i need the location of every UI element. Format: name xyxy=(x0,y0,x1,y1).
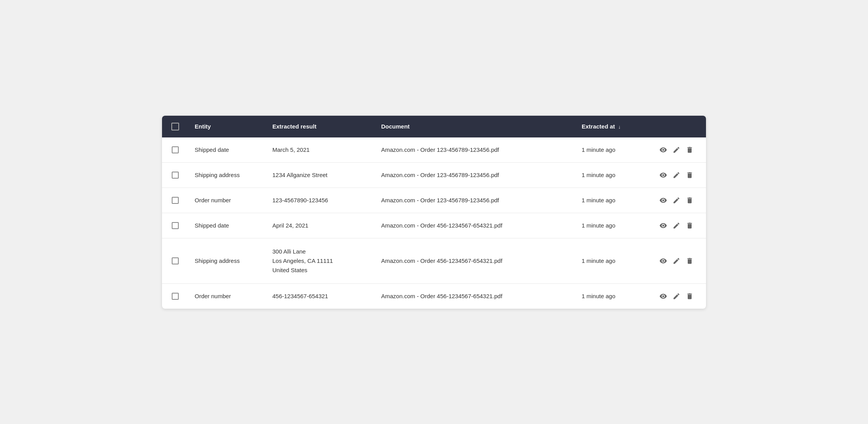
view-icon[interactable] xyxy=(659,257,667,265)
table-row: Shipped dateMarch 5, 2021Amazon.com - Or… xyxy=(162,137,706,163)
edit-icon[interactable] xyxy=(673,222,680,229)
select-all-checkbox[interactable] xyxy=(171,123,179,130)
row-extracted-at: 1 minute ago xyxy=(574,238,652,283)
row-actions-cell xyxy=(652,238,706,283)
row-extracted-at: 1 minute ago xyxy=(574,188,652,213)
table-row: Shipping address300 Alli LaneLos Angeles… xyxy=(162,238,706,283)
row-document: Amazon.com - Order 123-456789-123456.pdf xyxy=(373,188,574,213)
row-entity: Order number xyxy=(187,188,265,213)
view-icon[interactable] xyxy=(659,292,667,300)
table-header-row: Entity Extracted result Document Extract… xyxy=(162,116,706,137)
row-actions-cell xyxy=(652,137,706,163)
row-extracted-result: 456-1234567-654321 xyxy=(265,283,373,309)
row-extracted-at: 1 minute ago xyxy=(574,213,652,238)
header-actions xyxy=(652,116,706,137)
row-checkbox[interactable] xyxy=(172,257,179,264)
row-checkbox[interactable] xyxy=(172,222,179,229)
row-entity: Shipped date xyxy=(187,137,265,163)
row-extracted-result: 1234 Allganize Street xyxy=(265,162,373,188)
row-checkbox-cell xyxy=(162,162,187,188)
view-icon[interactable] xyxy=(659,222,667,229)
row-entity: Order number xyxy=(187,283,265,309)
row-actions-cell xyxy=(652,162,706,188)
edit-icon[interactable] xyxy=(673,146,680,154)
view-icon[interactable] xyxy=(659,146,667,154)
row-extracted-result: March 5, 2021 xyxy=(265,137,373,163)
row-extracted-at: 1 minute ago xyxy=(574,283,652,309)
row-checkbox[interactable] xyxy=(172,197,179,204)
edit-icon[interactable] xyxy=(673,171,680,179)
row-extracted-result: 123-4567890-123456 xyxy=(265,188,373,213)
table-row: Shipping address1234 Allganize StreetAma… xyxy=(162,162,706,188)
header-extracted-at[interactable]: Extracted at ↓ xyxy=(574,116,652,137)
main-table-container: Entity Extracted result Document Extract… xyxy=(162,116,706,309)
row-document: Amazon.com - Order 456-1234567-654321.pd… xyxy=(373,238,574,283)
row-document: Amazon.com - Order 123-456789-123456.pdf xyxy=(373,137,574,163)
header-checkbox-cell[interactable] xyxy=(162,116,187,137)
table-row: Shipped dateApril 24, 2021Amazon.com - O… xyxy=(162,213,706,238)
row-checkbox-cell xyxy=(162,137,187,163)
header-document: Document xyxy=(373,116,574,137)
extractions-table: Entity Extracted result Document Extract… xyxy=(162,116,706,309)
header-entity: Entity xyxy=(187,116,265,137)
view-icon[interactable] xyxy=(659,171,667,179)
row-checkbox[interactable] xyxy=(172,293,179,300)
row-checkbox[interactable] xyxy=(172,146,179,153)
row-document: Amazon.com - Order 456-1234567-654321.pd… xyxy=(373,213,574,238)
row-checkbox-cell xyxy=(162,283,187,309)
row-document: Amazon.com - Order 123-456789-123456.pdf xyxy=(373,162,574,188)
row-actions-cell xyxy=(652,188,706,213)
table-row: Order number456-1234567-654321Amazon.com… xyxy=(162,283,706,309)
header-extracted-result: Extracted result xyxy=(265,116,373,137)
table-row: Order number123-4567890-123456Amazon.com… xyxy=(162,188,706,213)
edit-icon[interactable] xyxy=(673,292,680,300)
delete-icon[interactable] xyxy=(686,196,694,204)
delete-icon[interactable] xyxy=(686,171,694,179)
row-entity: Shipping address xyxy=(187,238,265,283)
delete-icon[interactable] xyxy=(686,222,694,229)
delete-icon[interactable] xyxy=(686,257,694,265)
view-icon[interactable] xyxy=(659,196,667,204)
row-checkbox-cell xyxy=(162,213,187,238)
row-entity: Shipping address xyxy=(187,162,265,188)
table-body: Shipped dateMarch 5, 2021Amazon.com - Or… xyxy=(162,137,706,309)
row-actions-cell xyxy=(652,283,706,309)
edit-icon[interactable] xyxy=(673,257,680,265)
row-document: Amazon.com - Order 456-1234567-654321.pd… xyxy=(373,283,574,309)
row-extracted-result: April 24, 2021 xyxy=(265,213,373,238)
row-actions-cell xyxy=(652,213,706,238)
delete-icon[interactable] xyxy=(686,146,694,154)
row-extracted-at: 1 minute ago xyxy=(574,162,652,188)
row-checkbox[interactable] xyxy=(172,172,179,179)
row-checkbox-cell xyxy=(162,188,187,213)
row-entity: Shipped date xyxy=(187,213,265,238)
sort-down-icon: ↓ xyxy=(618,124,621,130)
delete-icon[interactable] xyxy=(686,292,694,300)
row-checkbox-cell xyxy=(162,238,187,283)
edit-icon[interactable] xyxy=(673,196,680,204)
row-extracted-at: 1 minute ago xyxy=(574,137,652,163)
row-extracted-result: 300 Alli LaneLos Angeles, CA 11111United… xyxy=(265,238,373,283)
